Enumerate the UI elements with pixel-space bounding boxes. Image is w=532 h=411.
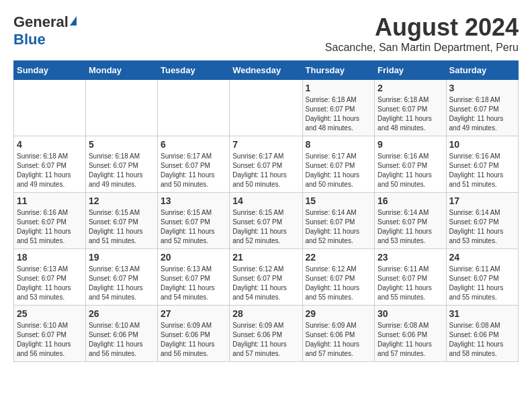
day-info: Sunrise: 6:13 AMSunset: 6:07 PMDaylight:… <box>17 265 83 302</box>
calendar-cell: 16Sunrise: 6:14 AMSunset: 6:07 PMDayligh… <box>375 193 446 249</box>
calendar-cell: 19Sunrise: 6:13 AMSunset: 6:07 PMDayligh… <box>85 249 157 306</box>
calendar-cell: 6Sunrise: 6:17 AMSunset: 6:07 PMDaylight… <box>157 136 229 193</box>
calendar-cell: 21Sunrise: 6:12 AMSunset: 6:07 PMDayligh… <box>230 249 302 306</box>
day-number: 17 <box>449 195 515 206</box>
day-info: Sunrise: 6:14 AMSunset: 6:07 PMDaylight:… <box>306 208 372 246</box>
day-info: Sunrise: 6:18 AMSunset: 6:07 PMDaylight:… <box>89 152 154 189</box>
day-info: Sunrise: 6:08 AMSunset: 6:06 PMDaylight:… <box>449 321 515 359</box>
day-number: 16 <box>378 195 443 206</box>
calendar-cell: 25Sunrise: 6:10 AMSunset: 6:07 PMDayligh… <box>14 306 86 362</box>
day-number: 26 <box>89 308 154 319</box>
day-number: 23 <box>378 252 443 263</box>
logo-triangle-icon <box>70 16 77 26</box>
day-number: 22 <box>306 252 372 263</box>
calendar-cell: 24Sunrise: 6:11 AMSunset: 6:07 PMDayligh… <box>446 249 518 306</box>
subtitle: Sacanche, San Martin Department, Peru <box>325 42 519 54</box>
day-number: 20 <box>161 252 226 263</box>
calendar-cell: 11Sunrise: 6:16 AMSunset: 6:07 PMDayligh… <box>14 193 86 249</box>
day-info: Sunrise: 6:17 AMSunset: 6:07 PMDaylight:… <box>232 152 299 189</box>
calendar-cell: 31Sunrise: 6:08 AMSunset: 6:06 PMDayligh… <box>446 306 518 362</box>
day-info: Sunrise: 6:17 AMSunset: 6:07 PMDaylight:… <box>161 152 226 189</box>
day-number: 9 <box>378 139 443 150</box>
calendar-cell: 17Sunrise: 6:14 AMSunset: 6:07 PMDayligh… <box>446 193 518 249</box>
day-info: Sunrise: 6:08 AMSunset: 6:06 PMDaylight:… <box>378 321 443 359</box>
calendar-cell: 15Sunrise: 6:14 AMSunset: 6:07 PMDayligh… <box>302 193 375 249</box>
day-info: Sunrise: 6:12 AMSunset: 6:07 PMDaylight:… <box>306 265 372 302</box>
calendar-cell: 20Sunrise: 6:13 AMSunset: 6:07 PMDayligh… <box>157 249 229 306</box>
title-block: August 2024 Sacanche, San Martin Departm… <box>325 13 519 54</box>
day-info: Sunrise: 6:15 AMSunset: 6:07 PMDaylight:… <box>161 208 226 246</box>
day-info: Sunrise: 6:11 AMSunset: 6:07 PMDaylight:… <box>378 265 443 302</box>
day-info: Sunrise: 6:16 AMSunset: 6:07 PMDaylight:… <box>449 152 515 189</box>
day-info: Sunrise: 6:09 AMSunset: 6:06 PMDaylight:… <box>306 321 372 359</box>
day-info: Sunrise: 6:18 AMSunset: 6:07 PMDaylight:… <box>378 95 443 133</box>
day-info: Sunrise: 6:17 AMSunset: 6:07 PMDaylight:… <box>306 152 372 189</box>
day-info: Sunrise: 6:13 AMSunset: 6:07 PMDaylight:… <box>161 265 226 302</box>
calendar-cell <box>14 80 86 136</box>
calendar-cell: 8Sunrise: 6:17 AMSunset: 6:07 PMDaylight… <box>302 136 375 193</box>
calendar-cell: 12Sunrise: 6:15 AMSunset: 6:07 PMDayligh… <box>85 193 157 249</box>
main-title: August 2024 <box>325 13 519 42</box>
calendar-cell: 3Sunrise: 6:18 AMSunset: 6:07 PMDaylight… <box>446 80 518 136</box>
calendar-cell: 10Sunrise: 6:16 AMSunset: 6:07 PMDayligh… <box>446 136 518 193</box>
calendar-header-row: SundayMondayTuesdayWednesdayThursdayFrid… <box>14 61 519 80</box>
day-number: 29 <box>306 308 372 319</box>
day-number: 4 <box>17 139 83 150</box>
day-number: 1 <box>306 83 372 93</box>
day-number: 13 <box>161 195 226 206</box>
day-number: 3 <box>449 83 515 93</box>
calendar-cell: 27Sunrise: 6:09 AMSunset: 6:06 PMDayligh… <box>157 306 229 362</box>
header-thursday: Thursday <box>302 61 375 80</box>
day-info: Sunrise: 6:14 AMSunset: 6:07 PMDaylight:… <box>378 208 443 246</box>
calendar-cell <box>85 80 157 136</box>
day-number: 21 <box>232 252 299 263</box>
day-number: 24 <box>449 252 515 263</box>
calendar-cell: 22Sunrise: 6:12 AMSunset: 6:07 PMDayligh… <box>302 249 375 306</box>
day-info: Sunrise: 6:12 AMSunset: 6:07 PMDaylight:… <box>232 265 299 302</box>
day-info: Sunrise: 6:15 AMSunset: 6:07 PMDaylight:… <box>232 208 299 246</box>
day-number: 10 <box>449 139 515 150</box>
day-number: 19 <box>89 252 154 263</box>
calendar-cell: 1Sunrise: 6:18 AMSunset: 6:07 PMDaylight… <box>302 80 375 136</box>
calendar-cell: 14Sunrise: 6:15 AMSunset: 6:07 PMDayligh… <box>230 193 302 249</box>
calendar-cell: 26Sunrise: 6:10 AMSunset: 6:06 PMDayligh… <box>85 306 157 362</box>
day-info: Sunrise: 6:15 AMSunset: 6:07 PMDaylight:… <box>89 208 154 246</box>
header-tuesday: Tuesday <box>157 61 229 80</box>
calendar-week-1: 1Sunrise: 6:18 AMSunset: 6:07 PMDaylight… <box>14 80 519 136</box>
day-number: 2 <box>378 83 443 93</box>
day-info: Sunrise: 6:10 AMSunset: 6:06 PMDaylight:… <box>89 321 154 359</box>
calendar-cell: 9Sunrise: 6:16 AMSunset: 6:07 PMDaylight… <box>375 136 446 193</box>
calendar-table: SundayMondayTuesdayWednesdayThursdayFrid… <box>13 60 519 362</box>
day-number: 11 <box>17 195 83 206</box>
day-number: 14 <box>232 195 299 206</box>
day-info: Sunrise: 6:18 AMSunset: 6:07 PMDaylight:… <box>449 95 515 133</box>
day-info: Sunrise: 6:11 AMSunset: 6:07 PMDaylight:… <box>449 265 515 302</box>
day-number: 7 <box>232 139 299 150</box>
day-number: 31 <box>449 308 515 319</box>
day-info: Sunrise: 6:09 AMSunset: 6:06 PMDaylight:… <box>232 321 299 359</box>
day-info: Sunrise: 6:13 AMSunset: 6:07 PMDaylight:… <box>89 265 154 302</box>
page-header: General Blue August 2024 Sacanche, San M… <box>13 13 519 54</box>
day-number: 15 <box>306 195 372 206</box>
day-info: Sunrise: 6:16 AMSunset: 6:07 PMDaylight:… <box>378 152 443 189</box>
calendar-cell: 28Sunrise: 6:09 AMSunset: 6:06 PMDayligh… <box>230 306 302 362</box>
calendar-cell: 7Sunrise: 6:17 AMSunset: 6:07 PMDaylight… <box>230 136 302 193</box>
calendar-week-3: 11Sunrise: 6:16 AMSunset: 6:07 PMDayligh… <box>14 193 519 249</box>
header-saturday: Saturday <box>446 61 518 80</box>
day-number: 27 <box>161 308 226 319</box>
logo-blue: Blue <box>13 31 46 48</box>
calendar-cell: 4Sunrise: 6:18 AMSunset: 6:07 PMDaylight… <box>14 136 86 193</box>
day-number: 25 <box>17 308 83 319</box>
calendar-cell: 5Sunrise: 6:18 AMSunset: 6:07 PMDaylight… <box>85 136 157 193</box>
calendar-week-2: 4Sunrise: 6:18 AMSunset: 6:07 PMDaylight… <box>14 136 519 193</box>
day-number: 12 <box>89 195 154 206</box>
header-sunday: Sunday <box>14 61 86 80</box>
calendar-cell: 29Sunrise: 6:09 AMSunset: 6:06 PMDayligh… <box>302 306 375 362</box>
calendar-cell: 23Sunrise: 6:11 AMSunset: 6:07 PMDayligh… <box>375 249 446 306</box>
logo: General Blue <box>13 13 77 48</box>
calendar-week-4: 18Sunrise: 6:13 AMSunset: 6:07 PMDayligh… <box>14 249 519 306</box>
calendar-cell: 30Sunrise: 6:08 AMSunset: 6:06 PMDayligh… <box>375 306 446 362</box>
calendar-cell: 13Sunrise: 6:15 AMSunset: 6:07 PMDayligh… <box>157 193 229 249</box>
header-friday: Friday <box>375 61 446 80</box>
day-info: Sunrise: 6:14 AMSunset: 6:07 PMDaylight:… <box>449 208 515 246</box>
